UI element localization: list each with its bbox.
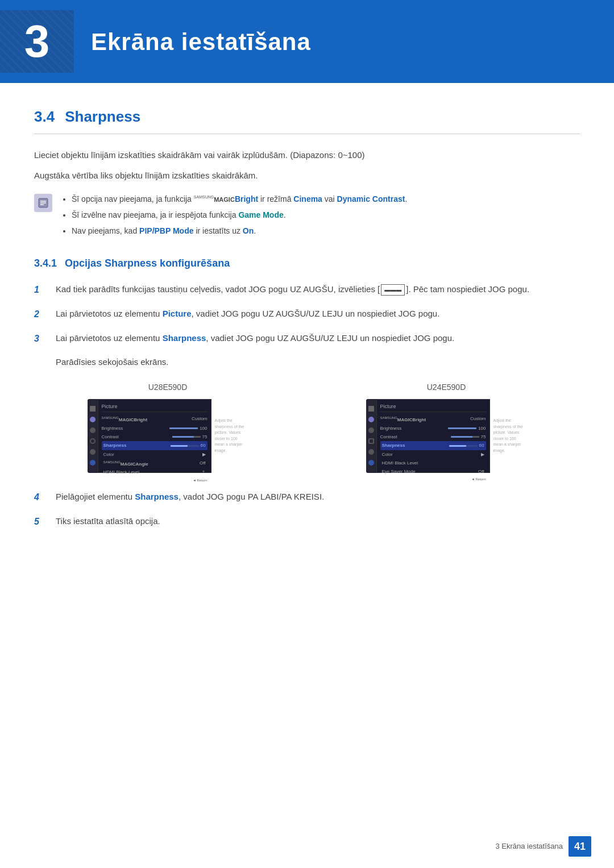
monitor-u24e590d-wrapper: Picture SAMSUNGMAGICBright Custom Bright…	[366, 399, 527, 473]
section-number: 3.4	[34, 106, 55, 128]
step-4: 4 Pielāgojiet elementu Sharpness, vadot …	[34, 490, 580, 504]
icon-3	[90, 449, 96, 455]
menu-contrast: Contrast 75	[102, 433, 208, 441]
menu-magicbright: SAMSUNGMAGICBright Custom	[102, 414, 208, 424]
description-2: Augstāka vērtība liks objektu līnijām iz…	[34, 169, 580, 182]
monitor-u28e590d-label: U28E590D	[148, 381, 188, 393]
screen-u28e590d: Picture SAMSUNGMAGICBright Custom Bright…	[98, 399, 211, 473]
menu-color-2: Color▶	[380, 450, 486, 459]
note-content: Šī opcija nav pieejama, ja funkcija SAMS…	[61, 193, 407, 240]
screen-appears-text: Parādīsies sekojošais ekrāns.	[56, 356, 580, 369]
step-4-text: Pielāgojiet elementu Sharpness, vadot JO…	[56, 490, 580, 504]
description-1: Lieciet objektu līnijām izskatīties skai…	[34, 148, 580, 162]
step-3-number: 3	[34, 332, 50, 346]
step-3-text: Lai pārvietotos uz elementu Sharpness, v…	[56, 331, 580, 345]
main-content: 3.4 Sharpness Lieciet objektu līnijām iz…	[0, 106, 614, 573]
sub-section-number: 3.4.1	[34, 256, 57, 271]
footer-page-number: 41	[569, 836, 591, 857]
note-box: Šī opcija nav pieejama, ja funkcija SAMS…	[34, 193, 580, 240]
menu-hdmi: HDMI Black Level ▼	[102, 468, 208, 477]
icon-menu	[90, 406, 96, 412]
chapter-number: 3	[0, 10, 74, 73]
menu-contrast-2: Contrast 75	[380, 433, 486, 441]
step-1-text: Kad tiek parādīts funkcijas taustiņu ceļ…	[56, 283, 580, 296]
footer-chapter-label: 3 Ekrāna iestatīšana	[495, 841, 563, 852]
menu-magicbright-2: SAMSUNGMAGICBright Custom	[380, 414, 486, 424]
note-icon	[34, 194, 52, 212]
icon-4b	[368, 460, 374, 466]
step-5-text: Tiks iestatīta atlasītā opcija.	[56, 514, 580, 528]
chapter-title: Ekrāna iestatīšana	[91, 24, 311, 60]
step-1-number: 1	[34, 283, 50, 297]
step-4-number: 4	[34, 491, 50, 504]
sub-section-title: Opcijas Sharpness konfigurēšana	[65, 256, 230, 271]
menu-sharpness-2: Sharpness 60	[380, 441, 486, 450]
return-label-1: ◄ Return	[102, 478, 208, 483]
step-5-number: 5	[34, 515, 50, 529]
monitor-u28e590d-wrapper: Picture SAMSUNGMAGICBright Custom Bright…	[88, 399, 248, 473]
menu-sharpness: Sharpness 60	[102, 441, 208, 450]
monitor-u24e590d: U24E590D Picture SAMSUNGMA	[313, 381, 580, 473]
side-info-u24e590d: Adjust the sharpness of the picture. Val…	[490, 418, 527, 454]
icon-active-2	[368, 417, 374, 422]
page-footer: 3 Ekrāna iestatīšana 41	[495, 836, 591, 857]
step-2-text: Lai pārvietotos uz elementu Picture, vad…	[56, 307, 580, 321]
return-label-2: ◄ Return	[380, 477, 486, 482]
monitor-section: U28E590D Picture SAMSUNGMA	[34, 381, 580, 473]
menu-eyesaver: Eye Saver Mode Off	[380, 467, 486, 476]
monitor-u24e590d-label: U24E590D	[427, 381, 466, 393]
menu-brightness: Brightness 100	[102, 424, 208, 433]
step-5: 5 Tiks iestatīta atlasītā opcija.	[34, 514, 580, 529]
menu-brightness-2: Brightness 100	[380, 424, 486, 433]
icon-3b	[368, 449, 374, 455]
monitor-u28e590d: U28E590D Picture SAMSUNGMA	[34, 381, 301, 473]
icon-2b	[368, 438, 374, 444]
icon-2	[90, 438, 96, 444]
icon-4	[90, 460, 96, 466]
chapter-header: 3 Ekrāna iestatīšana	[0, 0, 614, 83]
menu-color: Color▶	[102, 450, 208, 459]
side-info-u28e590d: Adjust the sharpness of the picture. Val…	[211, 418, 248, 454]
menu-magicangle: SAMSUNGMAGICAngle Off	[102, 459, 208, 468]
sub-section-heading: 3.4.1 Opcijas Sharpness konfigurēšana	[34, 256, 580, 271]
step-3: 3 Lai pārvietotos uz elementu Sharpness,…	[34, 331, 580, 346]
step-1: 1 Kad tiek parādīts funkcijas taustiņu c…	[34, 283, 580, 297]
step-2-number: 2	[34, 308, 50, 321]
icon-1	[90, 427, 96, 433]
section-heading: 3.4 Sharpness	[34, 106, 580, 134]
icon-active	[90, 417, 96, 422]
step-2: 2 Lai pārvietotos uz elementu Picture, v…	[34, 307, 580, 321]
icon-1b	[368, 427, 374, 433]
menu-header-picture-2: Picture	[380, 403, 486, 413]
menu-header-picture: Picture	[102, 403, 208, 413]
menu-hdmi-2: HDMI Black Level	[380, 459, 486, 467]
screen-u24e590d: Picture SAMSUNGMAGICBright Custom Bright…	[376, 399, 490, 473]
section-title: Sharpness	[65, 106, 140, 128]
icon-menu-2	[368, 406, 374, 412]
